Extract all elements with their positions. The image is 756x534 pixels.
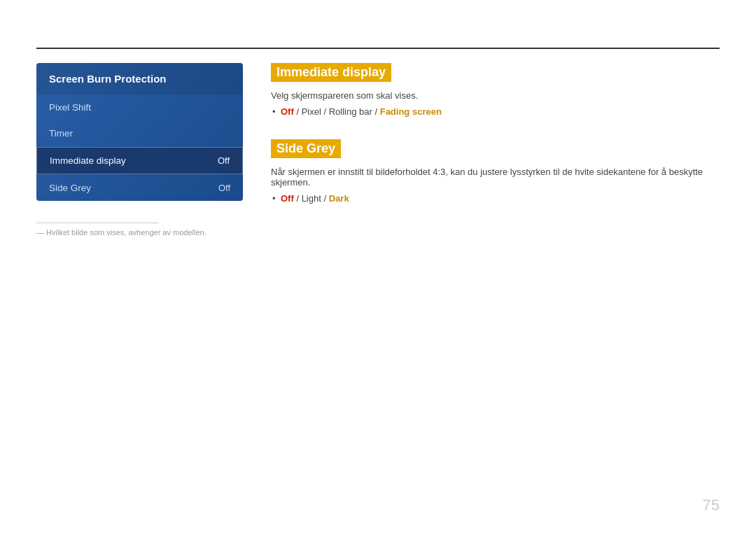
- section-desc-immediate: Velg skjermspareren som skal vises.: [271, 90, 720, 101]
- opt-pixel: Pixel: [302, 106, 321, 117]
- menu-footnote: ― Hvilket bilde som vises, avhenger av m…: [36, 228, 206, 237]
- option-item-side-grey: Off / Light / Dark: [271, 193, 720, 204]
- content-area: Screen Burn Protection Pixel Shift Timer…: [36, 63, 720, 226]
- opt-fading-screen: Fading screen: [380, 106, 442, 117]
- opt-dark: Dark: [329, 193, 349, 204]
- menu-item-label: Side Grey: [49, 183, 91, 193]
- option-list-side-grey: Off / Light / Dark: [271, 193, 720, 204]
- page-number: 75: [703, 496, 720, 514]
- menu-item-timer[interactable]: Timer: [36, 120, 243, 146]
- menu-item-side-grey[interactable]: Side Grey Off: [36, 175, 243, 201]
- right-content: Immediate display Velg skjermspareren so…: [271, 63, 720, 226]
- option-item-immediate: Off / Pixel / Rolling bar / Fading scree…: [271, 106, 720, 117]
- menu-item-label: Timer: [49, 128, 73, 139]
- menu-item-value: Off: [218, 155, 230, 166]
- opt-rolling-bar: Rolling bar: [329, 106, 372, 117]
- section-heading-immediate: Immediate display: [271, 63, 391, 82]
- opt-off-side-grey: Off: [281, 193, 294, 204]
- menu-item-label: Pixel Shift: [49, 102, 91, 113]
- menu-item-immediate-display[interactable]: Immediate display Off: [36, 147, 243, 174]
- opt-sep2: /: [323, 106, 328, 117]
- footnote-divider: [36, 223, 159, 223]
- section-desc-side-grey: Når skjermen er innstilt til bildeforhol…: [271, 167, 720, 188]
- menu-item-value: Off: [218, 183, 230, 193]
- opt-light: Light: [302, 193, 321, 204]
- top-divider: [36, 48, 720, 49]
- section-side-grey: Side Grey Når skjermen er innstilt til b…: [271, 139, 720, 204]
- menu-panel: Screen Burn Protection Pixel Shift Timer…: [36, 63, 243, 226]
- section-heading-side-grey: Side Grey: [271, 139, 341, 158]
- section-immediate-display: Immediate display Velg skjermspareren so…: [271, 63, 720, 117]
- menu-item-pixel-shift[interactable]: Pixel Shift: [36, 94, 243, 120]
- opt-sep4: /: [296, 193, 301, 204]
- option-list-immediate: Off / Pixel / Rolling bar / Fading scree…: [271, 106, 720, 117]
- opt-sep1: /: [296, 106, 301, 117]
- opt-sep5: /: [323, 193, 328, 204]
- menu-title: Screen Burn Protection: [36, 63, 243, 94]
- opt-sep3: /: [374, 106, 379, 117]
- opt-off-immediate: Off: [281, 106, 294, 117]
- menu-panel-bg: Screen Burn Protection Pixel Shift Timer…: [36, 63, 243, 201]
- menu-item-label: Immediate display: [50, 155, 126, 166]
